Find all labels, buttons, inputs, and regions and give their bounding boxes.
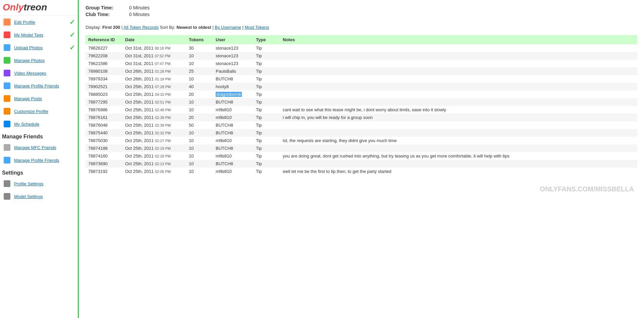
table-cell-type: Tip xyxy=(253,98,280,106)
table-cell-notes: lol, the requests are starting, they did… xyxy=(280,137,637,144)
sidebar-upload-photos-label: Upload Photos xyxy=(14,45,43,50)
display-prefix: Display: xyxy=(86,25,101,30)
settings-header: Settings xyxy=(0,167,78,177)
sort-current: Newest to oldest xyxy=(176,25,211,30)
highlighted-username[interactable]: dragonborn6 xyxy=(216,92,242,97)
sidebar-item-manage-profile-friends[interactable]: Manage Profile Friends xyxy=(0,79,78,92)
sidebar-item-model-settings[interactable]: Model Settings xyxy=(0,190,78,203)
table-cell-user: mfibill10 xyxy=(213,168,253,175)
sidebar-item-profile-settings[interactable]: Profile Settings xyxy=(0,177,78,190)
main-content: Group Time: 0 Minutes Club Time: 0 Minut… xyxy=(79,0,644,318)
table-row: 78876048 Oct 25th, 2011 02:38 PM 50 BUTC… xyxy=(86,121,637,129)
table-cell-date: Oct 25th, 2011 02:13 PM xyxy=(122,160,186,168)
table-cell-ref: 79622208 xyxy=(86,52,122,60)
col-header-user: User xyxy=(213,35,253,44)
table-row: 78875440 Oct 25th, 2011 02:32 PM 10 BUTC… xyxy=(86,129,637,137)
table-cell-tokens: 10 xyxy=(186,98,213,106)
table-cell-user: BUTCH8 xyxy=(213,129,253,137)
sidebar-item-manage-profile-friends2[interactable]: Manage Profile Friends xyxy=(0,154,78,167)
table-cell-notes: cant wait to see what this tease might b… xyxy=(280,106,637,114)
table-cell-notes xyxy=(280,75,637,83)
sidebar-manage-posts-label: Manage Posts xyxy=(14,96,42,101)
display-bar: Display: First 200 | All Token Records S… xyxy=(86,23,637,31)
table-cell-user: stonace123 xyxy=(213,44,253,52)
date-time: 07:47 PM xyxy=(155,62,170,66)
date-time: 07:52 PM xyxy=(155,54,170,58)
date-main: Oct 25th, 2011 xyxy=(125,169,154,174)
sidebar-item-edit-profile[interactable]: Edit Profile ✓ xyxy=(0,16,78,28)
date-time: 02:39 PM xyxy=(155,116,171,120)
sidebar-item-manage-mfc-friends[interactable]: Manage MFC Friends xyxy=(0,141,78,154)
tag-icon xyxy=(3,30,11,39)
col-header-ref: Reference ID xyxy=(86,35,122,44)
table-row: 78980108 Oct 26th, 2011 01:28 PM 25 Paul… xyxy=(86,67,637,75)
group-time-label: Group Time: xyxy=(86,5,129,10)
table-cell-type: Tip xyxy=(253,75,280,83)
sidebar-item-upload-photos[interactable]: Upload Photos ✓ xyxy=(0,41,78,54)
mfc-friends-icon xyxy=(3,143,11,152)
sidebar-item-video-messages[interactable]: Video Messages xyxy=(0,67,78,79)
manage-profile-friends-icon xyxy=(3,81,11,90)
date-time: 02:18 PM xyxy=(155,154,171,158)
pencil-icon xyxy=(3,18,11,26)
table-cell-user: stonace123 xyxy=(213,52,253,60)
table-cell-notes: you are doing great, dont get rushed int… xyxy=(280,152,637,160)
col-header-date: Date xyxy=(122,35,186,44)
club-time-label: Club Time: xyxy=(86,12,129,17)
most-tokens-link[interactable]: Most Tokens xyxy=(245,25,269,30)
table-cell-tokens: 10 xyxy=(186,75,213,83)
manage-photos-icon xyxy=(3,56,11,65)
table-cell-date: Oct 25th, 2011 02:18 PM xyxy=(122,152,186,160)
table-row: 78873690 Oct 25th, 2011 02:13 PM 10 BUTC… xyxy=(86,160,637,168)
table-cell-tokens: 10 xyxy=(186,106,213,114)
date-time: 08:18 PM xyxy=(155,46,170,50)
table-cell-type: Tip xyxy=(253,137,280,144)
table-cell-user: mfibill10 xyxy=(213,137,253,144)
table-cell-user: BUTCH8 xyxy=(213,144,253,152)
table-cell-type: Tip xyxy=(253,60,280,67)
sidebar-item-my-schedule[interactable]: My Schedule xyxy=(0,118,78,130)
table-cell-date: Oct 26th, 2011 01:28 PM xyxy=(122,67,186,75)
video-icon xyxy=(3,69,11,77)
table-cell-user: dragonborn6 xyxy=(213,90,253,98)
table-cell-tokens: 10 xyxy=(186,60,213,67)
table-cell-type: Tip xyxy=(253,121,280,129)
all-token-records-link[interactable]: All Token Records xyxy=(123,25,159,30)
customize-icon xyxy=(3,107,11,116)
table-cell-notes xyxy=(280,144,637,152)
token-table: Reference ID Date Tokens User Type Notes… xyxy=(86,35,637,175)
table-cell-user: BUTCH8 xyxy=(213,98,253,106)
table-cell-ref: 79626227 xyxy=(86,44,122,52)
sidebar-item-manage-posts[interactable]: Manage Posts xyxy=(0,92,78,105)
date-time: 02:38 PM xyxy=(155,123,171,127)
table-cell-tokens: 50 xyxy=(186,121,213,129)
col-header-tokens: Tokens xyxy=(186,35,213,44)
table-cell-ref: 78873690 xyxy=(86,160,122,168)
date-time: 02:27 PM xyxy=(155,139,171,143)
stats-area: Group Time: 0 Minutes Club Time: 0 Minut… xyxy=(86,3,637,23)
table-row: 78902521 Oct 25th, 2011 07:28 PM 40 hoot… xyxy=(86,83,637,90)
table-cell-ref: 78874160 xyxy=(86,152,122,160)
sidebar-item-manage-photos[interactable]: Manage Photos xyxy=(0,54,78,67)
date-time: 01:18 PM xyxy=(155,77,171,81)
table-row: 79626227 Oct 31st, 2011 08:18 PM 30 ston… xyxy=(86,44,637,52)
table-cell-date: Oct 31st, 2011 07:47 PM xyxy=(122,60,186,67)
table-cell-tokens: 10 xyxy=(186,137,213,144)
table-cell-tokens: 10 xyxy=(186,152,213,160)
edit-profile-check: ✓ xyxy=(69,18,75,26)
table-cell-type: Tip xyxy=(253,106,280,114)
table-cell-date: Oct 31st, 2011 07:52 PM xyxy=(122,52,186,60)
sidebar-manage-profile-friends2-label: Manage Profile Friends xyxy=(14,158,59,163)
table-cell-notes: well let me be the first to tip then, to… xyxy=(280,168,637,175)
club-time-value: 0 Minutes xyxy=(129,12,150,17)
sidebar-item-customize-profile[interactable]: Customize Profile xyxy=(0,105,78,118)
table-cell-tokens: 40 xyxy=(186,83,213,90)
manage-posts-icon xyxy=(3,94,11,103)
by-username-link[interactable]: By Username xyxy=(215,25,241,30)
table-cell-date: Oct 25th, 2011 02:27 PM xyxy=(122,137,186,144)
sidebar-item-my-model-tags[interactable]: My Model Tags ✓ xyxy=(0,28,78,41)
table-cell-notes xyxy=(280,121,637,129)
logo-part1: Only xyxy=(3,2,23,12)
date-time: 01:28 PM xyxy=(155,69,171,73)
sidebar-profile-settings-label: Profile Settings xyxy=(14,181,43,186)
